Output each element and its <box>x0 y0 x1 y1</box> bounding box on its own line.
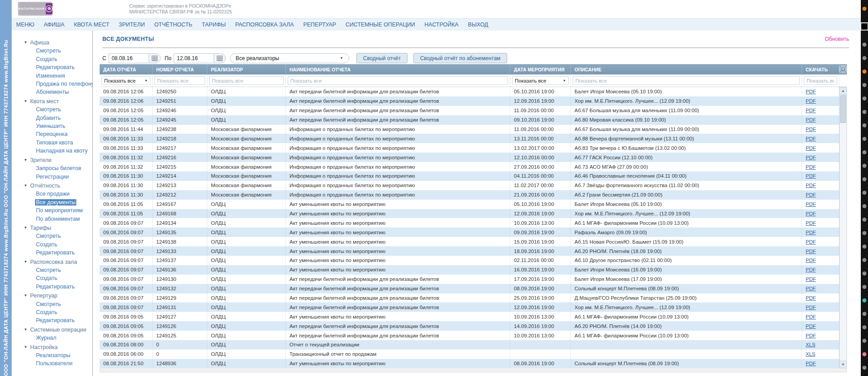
download-link[interactable]: PDF <box>806 211 816 216</box>
nav-item-распоясовка-зала[interactable]: РАСПОЯСОВКА ЗАЛА <box>235 22 294 28</box>
realizator-select[interactable]: Все реализаторы ▼ <box>230 53 349 63</box>
taskbar-app-icon[interactable] <box>863 245 867 249</box>
taskbar-app-icon[interactable] <box>863 298 867 302</box>
sidebar-item[interactable]: Редактировать <box>12 63 92 71</box>
sidebar-item[interactable]: Накладная на квоту <box>12 147 92 155</box>
download-link[interactable]: PDF <box>806 173 816 179</box>
taskbar-app-icon[interactable] <box>863 164 867 168</box>
nav-item-системные-операции[interactable]: СИСТЕМНЫЕ ОПЕРАЦИИ <box>346 22 415 28</box>
sidebar-section-header[interactable]: ▼Настройка <box>12 343 92 351</box>
download-link[interactable]: PDF <box>806 164 816 170</box>
column-filter-input[interactable] <box>804 76 837 85</box>
table-row[interactable]: 09.08.2016 09:071249129ОЛДЦАкт передачи … <box>100 293 839 303</box>
sidebar-item[interactable]: Редактировать <box>12 283 92 291</box>
nav-item-отчётность[interactable]: ОТЧЁТНОСТЬ <box>154 22 193 28</box>
download-link[interactable]: PDF <box>806 192 816 197</box>
scroll-down-icon[interactable]: ▼ <box>840 361 846 368</box>
taskbar-app-icon[interactable] <box>863 96 867 101</box>
column-filter-select[interactable]: Показать все▼ <box>101 76 150 85</box>
summary-subscriptions-report-button[interactable]: Сводный отчёт по абонементам <box>413 53 507 63</box>
sidebar-item[interactable]: По абонементам <box>12 215 92 223</box>
table-row[interactable]: 09.08.2016 08:000ОЛДЦОтчет о текущей реа… <box>100 340 839 350</box>
table-row[interactable]: 09.08.2016 09:071249138ОЛДЦАкт уменьшени… <box>100 237 839 246</box>
taskbar-app-icon[interactable] <box>863 325 867 329</box>
table-row[interactable]: 09.08.2016 09:071249137ОЛДЦАкт уменьшени… <box>100 256 839 265</box>
sidebar-item[interactable]: Запросы билетов <box>12 164 92 172</box>
table-row[interactable]: 09.08.2016 09:071249130ОЛДЦАкт передачи … <box>100 275 839 284</box>
sidebar-item[interactable]: Редактировать <box>12 316 92 324</box>
taskbar-app-icon[interactable] <box>863 70 867 74</box>
sidebar-item[interactable]: Смотреть <box>12 232 92 240</box>
table-row[interactable]: 09.08.2016 11:051249167ОЛДЦАкт уменьшени… <box>100 200 839 209</box>
taskbar-app-icon[interactable] <box>863 366 867 370</box>
taskbar-app-icon[interactable] <box>863 56 867 60</box>
column-filter-input[interactable] <box>154 76 205 85</box>
date-from-input[interactable] <box>109 53 149 63</box>
sidebar-item[interactable]: Смотреть <box>12 300 92 308</box>
sidebar-item[interactable]: Смотреть <box>12 105 92 114</box>
sidebar-item[interactable]: Редактировать <box>12 249 92 257</box>
table-row[interactable]: 09.08.2016 09:071249133ОЛДЦАкт уменьшени… <box>100 246 839 256</box>
download-link[interactable]: PDF <box>806 258 816 263</box>
table-row[interactable]: 09.08.2016 09:071249135ОЛДЦАкт уменьшени… <box>100 227 839 237</box>
philharmonia-logo[interactable]: ФИЛАРМОНИЯ Ф <box>18 2 52 16</box>
nav-item-квота-мест[interactable]: КВОТА МЕСТ <box>74 22 110 28</box>
taskbar-app-icon[interactable] <box>863 204 867 208</box>
scroll-up-icon[interactable]: ▲ <box>840 87 846 95</box>
sidebar-section-header[interactable]: ▼Отчётность <box>12 182 92 190</box>
taskbar-app-icon[interactable] <box>863 177 867 181</box>
table-horizontal-scrollbar[interactable] <box>100 368 847 372</box>
download-link[interactable]: PDF <box>806 361 816 366</box>
column-header[interactable]: НАИМЕНОВАНИЕ ОТЧЕТА <box>286 64 510 74</box>
taskbar-app-icon[interactable] <box>863 339 867 343</box>
table-row[interactable]: 09.08.2016 09:051249127ОЛДЦАкт уменьшени… <box>100 312 839 321</box>
download-link[interactable]: PDF <box>806 267 816 272</box>
table-row[interactable]: 09.08.2016 11:301249214Московская филарм… <box>100 171 839 181</box>
table-row[interactable]: 09.08.2016 11:321249216Московская филарм… <box>100 153 839 162</box>
table-vertical-scrollbar[interactable]: ▲ ▼ <box>839 87 847 368</box>
filter-funnel-button[interactable]: ▼ <box>839 66 847 73</box>
download-link[interactable]: PDF <box>806 201 816 207</box>
sidebar-section-header[interactable]: ▼Тарифы <box>12 224 92 232</box>
table-row[interactable]: 09.08.2016 12:051249246ОЛДЦАкт передачи … <box>100 106 839 115</box>
taskbar-app-icon[interactable] <box>863 137 867 141</box>
taskbar-app-icon[interactable] <box>863 231 867 235</box>
download-link[interactable]: PDF <box>806 230 816 235</box>
table-row[interactable]: 09.08.2016 11:331249218Московская филарм… <box>100 134 839 143</box>
sidebar-section-header[interactable]: ▼Зрители <box>12 156 92 164</box>
table-row[interactable]: 09.08.2016 06:000ОЛДЦТранзакционный отче… <box>100 350 839 359</box>
column-header[interactable]: ДАТА ОТЧЁТА <box>100 64 153 74</box>
nav-item-настройка[interactable]: НАСТРОЙКА <box>425 22 459 28</box>
sidebar-item[interactable]: Создать <box>12 55 92 63</box>
sidebar-item[interactable]: Журнал <box>12 334 92 342</box>
sidebar-item[interactable]: Изменения <box>12 72 92 80</box>
table-row[interactable]: 09.08.2016 11:441249238Московская филарм… <box>100 125 839 134</box>
table-row[interactable]: 09.08.2016 11:331249217Московская филарм… <box>100 143 839 153</box>
sidebar-item[interactable]: Создать <box>12 308 92 316</box>
sidebar-item[interactable]: Все продажи <box>12 190 92 198</box>
nav-item-зрители[interactable]: ЗРИТЕЛИ <box>119 22 145 28</box>
download-link[interactable]: PDF <box>806 314 816 319</box>
column-header[interactable]: ДАТА МЕРОПРИЯТИЯ <box>510 64 571 74</box>
taskbar-app-icon[interactable] <box>863 258 867 262</box>
download-link[interactable]: PDF <box>806 249 816 254</box>
nav-item-репертуар[interactable]: РЕПЕРТУАР <box>303 22 336 28</box>
table-row[interactable]: 09.08.2016 12:061249250ОЛДЦАкт передачи … <box>100 87 839 96</box>
table-row[interactable]: 09.08.2016 09:071249136ОЛДЦАкт уменьшени… <box>100 265 839 275</box>
download-link[interactable]: XLS <box>806 342 815 347</box>
refresh-link[interactable]: Обновить <box>825 36 849 42</box>
nav-item-тарифы[interactable]: ТАРИФЫ <box>202 22 226 28</box>
download-link[interactable]: PDF <box>806 89 816 94</box>
column-header[interactable]: НОМЕР ОТЧЕТА <box>153 64 207 74</box>
sidebar-item[interactable]: Продажа по телефону <box>12 80 92 88</box>
download-link[interactable]: PDF <box>806 333 816 338</box>
calendar-icon[interactable] <box>214 53 226 63</box>
download-link[interactable]: PDF <box>806 183 816 188</box>
download-link[interactable]: PDF <box>806 127 816 132</box>
column-filter-input[interactable] <box>573 76 800 85</box>
taskbar-app-icon[interactable] <box>863 43 867 47</box>
sidebar-section-header[interactable]: ▼Системные операции <box>12 326 92 334</box>
taskbar-app-icon[interactable] <box>863 191 867 195</box>
taskbar-app-icon[interactable] <box>863 285 867 289</box>
download-link[interactable]: PDF <box>806 276 816 282</box>
